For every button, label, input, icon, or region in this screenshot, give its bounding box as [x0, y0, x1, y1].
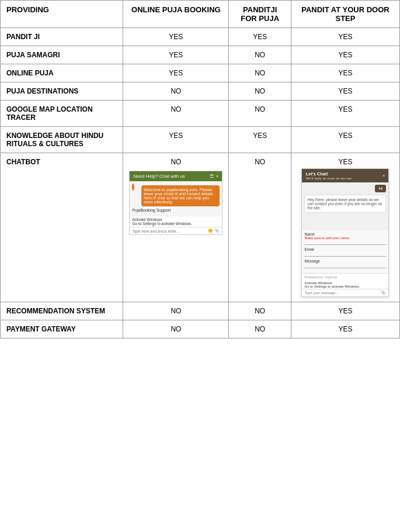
puja-dest-col1: NO [123, 82, 229, 101]
chat1-close-icon: × [216, 174, 219, 179]
comparison-table: PROVIDING ONLINE PUJA BOOKING PANDITJI F… [0, 0, 400, 338]
chat1-menu-icon: ☰ [210, 174, 214, 179]
chat2-email-label: Email [304, 247, 386, 251]
chat1-header-text: Need Help? Chat with us [133, 174, 185, 179]
knowledge-col1: YES [123, 127, 229, 153]
payment-col3: YES [291, 320, 399, 338]
chatbot-widget-2: Let's Chat! We'll reply as soon as we ca… [301, 168, 389, 297]
chat2-powered-by: Powered by: Argenal [304, 275, 386, 279]
table-row: PAYMENT GATEWAY NO NO YES [1, 320, 400, 338]
chat2-message-field: Message [304, 259, 386, 268]
chat1-controls: ☰ × [210, 174, 219, 179]
puja-samagri-col3: YES [291, 46, 399, 64]
knowledge-col3: YES [291, 127, 399, 153]
header-providing: PROVIDING [1, 1, 123, 28]
header-online-puja-booking: ONLINE PUJA BOOKING [123, 1, 229, 28]
table-row: PUJA SAMAGRI YES NO YES [1, 46, 400, 64]
header-panditji-for-puja: PANDITJI FOR PUJA [229, 1, 291, 28]
chatbot-col3: YES Let's Chat! We'll reply as soon as w… [291, 153, 399, 302]
chat2-email-field: Email [304, 247, 386, 257]
feature-recommendation: RECOMMENDATION SYSTEM [1, 302, 123, 320]
online-puja-col2: NO [229, 64, 291, 82]
chat2-email-input[interactable] [304, 252, 386, 257]
chatbot-col2: NO [229, 153, 291, 302]
table-row: RECOMMENDATION SYSTEM NO NO YES [1, 302, 400, 320]
chat2-activate: Activate Windows Go to Settings to activ… [302, 281, 388, 289]
chat2-header: Let's Chat! We'll reply as soon as we ca… [302, 169, 388, 182]
feature-online-puja: ONLINE PUJA [1, 64, 123, 82]
recommendation-col3: YES [291, 302, 399, 320]
recommendation-col1: NO [123, 302, 229, 320]
chatbot-col1-value: NO [129, 158, 222, 166]
chat1-message-row: Welcome to pujabooking.com. Please leave… [132, 184, 220, 208]
puja-samagri-col1: YES [123, 46, 229, 64]
knowledge-col2: YES [229, 127, 291, 153]
chat2-name-error: Make sure to add your name. [304, 236, 386, 240]
chat2-subtitle: We'll reply as soon as we can [305, 177, 352, 180]
feature-payment: PAYMENT GATEWAY [1, 320, 123, 338]
feature-pandit-ji: PANDIT JI [1, 28, 123, 46]
puja-dest-col3: YES [291, 82, 399, 101]
google-map-col2: NO [229, 101, 291, 127]
header-pandit-at-door: PANDIT AT YOUR DOOR STEP [291, 1, 399, 28]
chat2-close-icon: × [382, 173, 385, 178]
chatbot-col3-value: YES [297, 158, 394, 166]
chat1-avatar [132, 184, 134, 191]
chat2-body: Hi Hey there, please leave your details … [302, 182, 388, 229]
chat2-name-label: Name [304, 232, 386, 236]
chat2-paperclip-icon: 📎 [381, 291, 386, 295]
chat2-name-field: Name Make sure to add your name. [304, 232, 386, 245]
chat2-name-input[interactable] [304, 240, 386, 245]
table-row: PANDIT JI YES YES YES [1, 28, 400, 46]
pandit-ji-col2: YES [229, 28, 291, 46]
chat2-hi-bubble: Hi [375, 185, 386, 192]
table-row-chatbot: CHATBOT NO Need Help? Chat with us ☰ × [1, 153, 400, 302]
feature-knowledge: KNOWLEDGE ABOUT HINDU RITUALS & CULTURES [1, 127, 123, 153]
chat1-header: Need Help? Chat with us ☰ × [130, 171, 222, 181]
feature-google-map: GOOGLE MAP LOCATION TRACER [1, 101, 123, 127]
chat2-activate-sub: Go to Settings to activate Windows. [304, 285, 386, 288]
puja-samagri-col2: NO [229, 46, 291, 64]
feature-puja-samagri: PUJA SAMAGRI [1, 46, 123, 64]
recommendation-col2: NO [229, 302, 291, 320]
table-row: PUJA DESTINATIONS NO NO YES [1, 82, 400, 101]
chat2-input[interactable] [304, 291, 381, 295]
chat1-activate: Activate Windows Go to Settings to activ… [130, 216, 222, 227]
chat2-form: Name Make sure to add your name. Email M… [302, 229, 388, 273]
google-map-col3: YES [291, 101, 399, 127]
pandit-ji-col3: YES [291, 28, 399, 46]
chat1-body: Welcome to pujabooking.com. Please leave… [130, 181, 222, 216]
chat1-input-bar[interactable]: 🙂 📎 [130, 227, 222, 234]
table-row: ONLINE PUJA YES NO YES [1, 64, 400, 82]
online-puja-col3: YES [291, 64, 399, 82]
chat1-bubble: Welcome to pujabooking.com. Please leave… [141, 185, 220, 206]
payment-col2: NO [229, 320, 291, 338]
table-row: KNOWLEDGE ABOUT HINDU RITUALS & CULTURES… [1, 127, 400, 153]
chat1-input[interactable] [132, 229, 208, 233]
chat1-activate-title: Activate Windows [132, 217, 220, 222]
feature-chatbot: CHATBOT [1, 153, 123, 302]
puja-dest-col2: NO [229, 82, 291, 101]
online-puja-col1: YES [123, 64, 229, 82]
payment-col1: NO [123, 320, 229, 338]
chatbot-col1: NO Need Help? Chat with us ☰ × Welcome t… [123, 153, 229, 302]
chat2-header-content: Let's Chat! We'll reply as soon as we ca… [305, 171, 352, 180]
chat1-activate-sub: Go to Settings to activate Windows. [132, 222, 220, 226]
chat2-agent-bubble: Hey there, please leave your details so … [304, 195, 386, 213]
chat1-emoji-icons: 🙂 📎 [208, 229, 220, 233]
feature-puja-destinations: PUJA DESTINATIONS [1, 82, 123, 101]
google-map-col1: NO [123, 101, 229, 127]
chatbot-widget-1: Need Help? Chat with us ☰ × Welcome to p… [129, 171, 222, 235]
table-row: GOOGLE MAP LOCATION TRACER NO NO YES [1, 101, 400, 127]
chat2-message-label: Message [304, 259, 386, 263]
chatbot-col2-value: NO [235, 158, 285, 166]
chat2-input-bar[interactable]: 📎 [302, 289, 388, 296]
chat2-footer: Powered by: Argenal [302, 273, 388, 281]
chat2-message-input[interactable] [304, 264, 386, 268]
pandit-ji-col1: YES [123, 28, 229, 46]
chat2-title: Let's Chat! [305, 171, 352, 177]
chat1-sender: PujaBooking Support [132, 208, 220, 212]
